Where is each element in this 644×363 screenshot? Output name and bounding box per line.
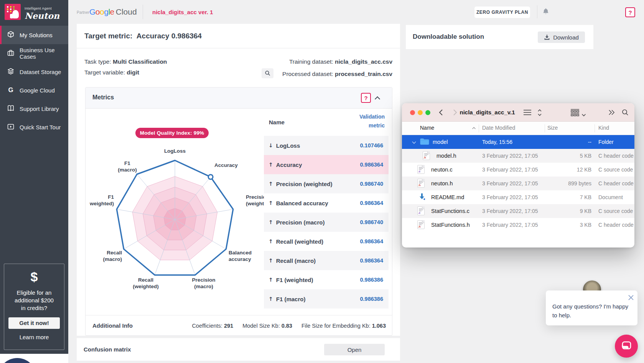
finder-row-readme-md[interactable]: README.md3 February 2022, 17:057 KBDocum…: [402, 190, 634, 204]
credits-promo: $ Eligible for an additional $200 in cre…: [4, 264, 64, 350]
metric-row-precision-weighted-: ↑Precision (weighted)0.986740: [264, 174, 389, 193]
chevron-down-icon[interactable]: [581, 111, 586, 118]
stat-0: Coefficients: 291: [192, 323, 233, 329]
finder-window-title: nicla_digits_acc_v.1: [460, 109, 515, 116]
brand-tagline: Intelligent Agent: [25, 7, 59, 10]
chat-close-icon[interactable]: [628, 294, 634, 300]
partner-label: Partner: [77, 10, 89, 15]
target-metric-value: Accuracy 0.986364: [137, 32, 202, 40]
plan-button[interactable]: ZERO GRAVITY PLAN: [474, 7, 530, 18]
task-type: Task type: Multi Classification: [84, 58, 167, 65]
search-icon[interactable]: [621, 109, 629, 118]
finder-window: nicla_digits_acc_v.1 Name: [402, 103, 634, 248]
column-kind[interactable]: Kind: [598, 125, 609, 131]
promo-text: Eligible for an additional $200 in credi…: [4, 289, 64, 312]
close-window-button[interactable]: [410, 110, 415, 115]
open-confusion-matrix-button[interactable]: Open: [324, 344, 385, 355]
arrow-up-icon: ↑: [268, 277, 273, 283]
neuton-logo-icon: [5, 4, 21, 20]
radar-axis-label: Balancedaccuracy: [229, 250, 252, 262]
stat-2: File Size for Embedding Kb: 1.063: [301, 323, 386, 329]
additional-info-row: Additional Info Coefficients: 291Model S…: [86, 315, 392, 336]
radar-chart: LogLossAccuracyPrecision(weightedBalance…: [86, 109, 264, 315]
radar-axis-label: Precision(macro): [192, 277, 216, 289]
bell-icon[interactable]: [542, 8, 550, 16]
metrics-header: Metrics ?: [86, 87, 392, 109]
layers-icon: [7, 68, 15, 76]
book-icon: [7, 104, 15, 113]
sidebar-item-dataset-storage[interactable]: Dataset Storage: [0, 63, 68, 81]
file-icon: .h: [417, 220, 425, 229]
more-toolbar-icon[interactable]: [608, 109, 616, 117]
finder-row-statfunctions-c[interactable]: .cStatFunctions.c3 February 2022, 17:059…: [402, 204, 634, 218]
column-name[interactable]: Name: [420, 125, 434, 131]
readme-file-icon: [417, 193, 427, 203]
metrics-col-name: Name: [269, 119, 285, 125]
get-it-now-button[interactable]: Get it now!: [8, 317, 60, 329]
back-button[interactable]: [437, 108, 446, 117]
finder-titlebar[interactable]: nicla_digits_acc_v.1: [402, 103, 634, 122]
metric-row-balanced-accuracy: ↑Balanced accuracy0.986364: [264, 193, 389, 213]
radar-axis-label: Recall(weighted): [133, 277, 159, 289]
solution-panel: Target metric: Accuracy 0.986364 Task ty…: [77, 24, 400, 336]
arrow-up-icon: ↑: [268, 162, 273, 168]
brand-logo: Intelligent Agent Neuton: [5, 4, 59, 21]
dollar-icon: $: [4, 269, 64, 284]
sidebar-item-google-cloud[interactable]: GGoogle Cloud: [0, 81, 68, 99]
file-icon: .h: [423, 151, 430, 160]
group-view-icon[interactable]: [570, 109, 580, 118]
finder-row-model-h[interactable]: .hmodel.h3 February 2022, 17:055 KBC hea…: [402, 149, 634, 163]
minimize-window-button[interactable]: [418, 110, 423, 115]
arrow-up-icon: ↑: [268, 219, 273, 225]
metric-row-recall-macro-: ↑Recall (macro)0.986364: [264, 251, 389, 270]
metrics-col-validation: Validationmetric: [300, 112, 385, 130]
finder-row-neuton-c[interactable]: .cneuton.c3 February 2022, 17:0512 KBC s…: [402, 163, 634, 177]
help-button[interactable]: ?: [625, 7, 635, 17]
radar-axis-label: Precision(weighted: [246, 194, 264, 206]
chat-message-card: Got any questions? I'm happy to help.: [546, 290, 637, 325]
svg-text:G: G: [8, 86, 13, 93]
sidebar-item-business-use-cases[interactable]: Business Use Cases: [0, 44, 68, 63]
download-panel-title: Downloadable solution: [413, 33, 484, 41]
project-version-title: nicla_digits_acc ver. 1: [152, 9, 213, 15]
forward-button[interactable]: [450, 108, 459, 117]
arrow-up-icon: ↑: [268, 257, 273, 264]
download-button[interactable]: Download: [538, 31, 585, 43]
search-dataset-button[interactable]: [262, 68, 273, 78]
file-icon: .c: [417, 165, 425, 174]
zoom-window-button[interactable]: [425, 110, 430, 115]
column-size[interactable]: Size: [547, 125, 558, 131]
sidebar-item-support-library[interactable]: Support Library: [0, 99, 68, 118]
finder-row-statfunctions-h[interactable]: .hStatFunctions.h3 February 2022, 17:053…: [402, 218, 634, 232]
metrics-help-button[interactable]: ?: [361, 93, 371, 103]
collapse-chevron-icon[interactable]: [376, 96, 380, 101]
metric-row-accuracy: ↑Accuracy0.986364: [264, 155, 389, 174]
download-panel: Downloadable solution Download: [406, 25, 593, 49]
radar-axis-label: F1(macro): [118, 160, 137, 173]
arrow-down-icon: ↓: [268, 142, 273, 148]
arrow-up-icon: ↑: [268, 200, 273, 206]
confusion-matrix-label: Confusion matrix: [84, 346, 131, 353]
metric-row-recall-weighted-: ↑Recall (weighted)0.986364: [264, 232, 389, 251]
list-view-icon[interactable]: [523, 109, 532, 118]
column-date-modified[interactable]: Date Modified: [482, 125, 515, 131]
divider: [143, 5, 143, 19]
sidebar-item-my-solutions[interactable]: My Solutions: [0, 26, 68, 44]
chat-bubble-icon: [621, 341, 632, 351]
disclosure-chevron-icon[interactable]: [413, 140, 416, 144]
google-cloud-logo: GoogleCloud: [89, 7, 137, 16]
target-variable: Target variable: digit: [84, 69, 139, 76]
sort-control-icon[interactable]: [537, 109, 542, 118]
sidebar-item-quick-start-tour[interactable]: Quick Start Tour: [0, 118, 68, 136]
target-metric-header: Target metric: Accuracy 0.986364: [77, 24, 400, 48]
radar-axis-label: LogLoss: [164, 148, 186, 154]
metric-row-logloss: ↓LogLoss0.107466: [264, 136, 389, 155]
finder-row-neuton-h[interactable]: .hneuton.h3 February 2022, 17:05899 byte…: [402, 177, 634, 190]
chat-message: Got any questions? I'm happy to help.: [552, 302, 629, 320]
learn-more-link[interactable]: Learn more: [4, 334, 64, 340]
chat-button[interactable]: [615, 335, 638, 358]
finder-row-model[interactable]: modelToday, 15:56--Folder: [402, 135, 634, 149]
radar-axis-label: Recall(macro): [103, 250, 122, 262]
processed-dataset: Processed dataset: processed_train.csv: [282, 71, 392, 78]
page: Intelligent Agent Neuton My SolutionsBus…: [0, 0, 644, 363]
